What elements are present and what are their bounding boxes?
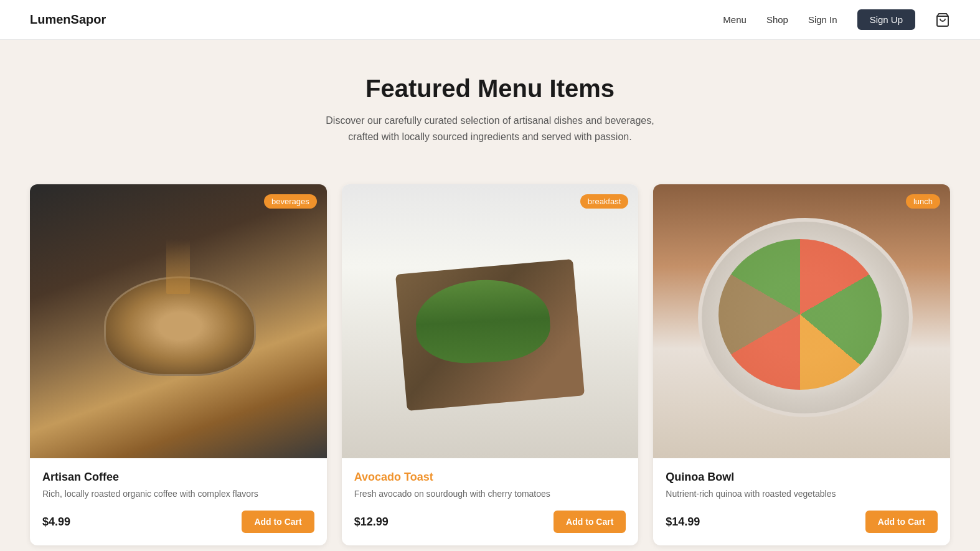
product-footer-avocado: $12.99 Add to Cart bbox=[354, 511, 626, 533]
product-price-coffee: $4.99 bbox=[42, 516, 70, 529]
product-image-wrapper-avocado: breakfast bbox=[342, 184, 639, 458]
product-info-coffee: Artisan Coffee Rich, locally roasted org… bbox=[30, 458, 327, 545]
cart-icon[interactable] bbox=[935, 12, 950, 27]
add-to-cart-avocado[interactable]: Add to Cart bbox=[554, 511, 626, 533]
product-image-coffee bbox=[30, 184, 327, 458]
hero-section: Featured Menu Items Discover our careful… bbox=[0, 40, 980, 169]
product-description-coffee: Rich, locally roasted organic coffee wit… bbox=[42, 487, 314, 501]
hero-subtitle: Discover our carefully curated selection… bbox=[30, 113, 950, 144]
nav-signin-link[interactable]: Sign In bbox=[808, 14, 837, 25]
product-description-quinoa: Nutrient-rich quinoa with roasted vegeta… bbox=[666, 487, 938, 501]
product-badge-quinoa: lunch bbox=[906, 194, 940, 209]
product-info-avocado: Avocado Toast Fresh avocado on sourdough… bbox=[342, 458, 639, 545]
product-image-quinoa bbox=[653, 184, 950, 458]
nav-links: Menu Shop Sign In Sign Up bbox=[723, 9, 950, 30]
add-to-cart-coffee[interactable]: Add to Cart bbox=[242, 511, 314, 533]
nav-menu-link[interactable]: Menu bbox=[723, 14, 747, 25]
product-card-artisan-coffee: beverages Artisan Coffee Rich, locally r… bbox=[30, 184, 327, 545]
product-info-quinoa: Quinoa Bowl Nutrient-rich quinoa with ro… bbox=[653, 458, 950, 545]
hero-subtitle-line2: crafted with locally sourced ingredients… bbox=[348, 131, 631, 142]
product-name-avocado: Avocado Toast bbox=[354, 471, 626, 484]
nav-signup-button[interactable]: Sign Up bbox=[857, 9, 915, 30]
product-card-avocado-toast: breakfast Avocado Toast Fresh avocado on… bbox=[342, 184, 639, 545]
product-name-quinoa: Quinoa Bowl bbox=[666, 471, 938, 484]
product-image-avocado bbox=[342, 184, 639, 458]
logo: LumenSapor bbox=[30, 12, 106, 27]
hero-subtitle-line1: Discover our carefully curated selection… bbox=[326, 115, 654, 126]
product-card-quinoa-bowl: lunch Quinoa Bowl Nutrient-rich quinoa w… bbox=[653, 184, 950, 545]
product-price-avocado: $12.99 bbox=[354, 516, 389, 529]
product-description-avocado: Fresh avocado on sourdough with cherry t… bbox=[354, 487, 626, 501]
hero-title: Featured Menu Items bbox=[30, 75, 950, 103]
product-footer-quinoa: $14.99 Add to Cart bbox=[666, 511, 938, 533]
product-price-quinoa: $14.99 bbox=[666, 516, 700, 529]
nav-shop-link[interactable]: Shop bbox=[766, 14, 788, 25]
product-image-wrapper-quinoa: lunch bbox=[653, 184, 950, 458]
products-grid: beverages Artisan Coffee Rich, locally r… bbox=[0, 169, 980, 551]
add-to-cart-quinoa[interactable]: Add to Cart bbox=[865, 511, 938, 533]
product-badge-coffee: beverages bbox=[264, 194, 317, 209]
product-badge-avocado: breakfast bbox=[580, 194, 628, 209]
navbar: LumenSapor Menu Shop Sign In Sign Up bbox=[0, 0, 980, 40]
product-footer-coffee: $4.99 Add to Cart bbox=[42, 511, 314, 533]
product-image-wrapper-coffee: beverages bbox=[30, 184, 327, 458]
product-name-coffee: Artisan Coffee bbox=[42, 471, 314, 484]
